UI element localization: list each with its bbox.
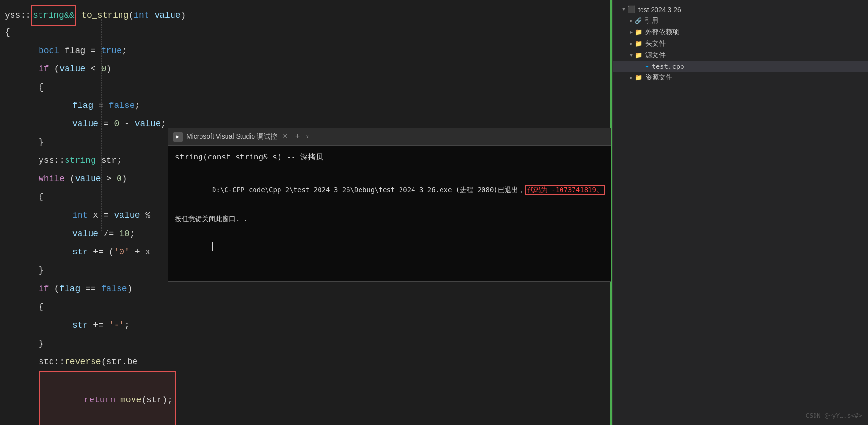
while-keyword: while (39, 170, 65, 188)
code-text: ) (181, 6, 186, 25)
header-files-label: 头文件 (645, 40, 666, 48)
code-text: + x (130, 243, 150, 261)
code-text: { (39, 298, 44, 316)
code-text: = (98, 115, 114, 133)
code-text: ; (122, 41, 127, 60)
code-text: false (109, 96, 135, 115)
code-text: 0 (101, 60, 107, 78)
code-text: += ( (88, 243, 114, 261)
code-text: std:: (39, 353, 65, 371)
source-files-icon: 📁 (635, 52, 642, 59)
code-text: ( (128, 6, 134, 25)
code-text: ( (49, 279, 60, 298)
code-line-21: return move(str); (0, 371, 612, 389)
code-text: ) (127, 279, 133, 298)
tree-item-references[interactable]: ▶ 🔗 引用 (613, 15, 868, 27)
console-exit-code-highlight: 代码为 -1073741819。 (525, 185, 605, 195)
code-line-20: std::reverse(str.be (0, 353, 612, 371)
code-text: str (72, 243, 88, 261)
test-cpp-label: test.cpp (652, 63, 684, 70)
tree-arrow: ▶ (630, 18, 633, 24)
console-close-button[interactable]: × (283, 133, 288, 141)
code-line-1: yss::string&& to_string(int value) (0, 5, 612, 23)
console-path-text: D:\C-CPP_code\Cpp_2\test_2024_3_26\Debug… (212, 186, 525, 194)
source-files-label: 源文件 (645, 51, 666, 60)
code-text: { (5, 23, 10, 41)
code-line-3: bool flag = true; (0, 41, 612, 60)
return-statement-highlight: return move(str); (39, 371, 176, 425)
code-text: yss:: (39, 151, 65, 170)
external-deps-icon: 📁 (635, 28, 642, 36)
code-text: int (72, 206, 88, 225)
csdn-watermark: CSDN @~yY….s<#> (806, 412, 862, 419)
tree-arrow: ▼ (630, 53, 633, 58)
code-line-4: if (value < 0) (0, 60, 612, 78)
code-text: str (72, 316, 88, 334)
debug-console: ▶ Microsoft Visual Studio 调试控 × + ∨ stri… (168, 128, 611, 282)
code-text: '0' (114, 243, 129, 261)
code-text: value (149, 6, 181, 25)
code-text: if (39, 60, 49, 78)
console-line-3: 按任意键关闭此窗口. . . (175, 212, 604, 226)
code-text: '-' (109, 316, 124, 334)
code-text: 0 (117, 170, 122, 188)
code-text: if (39, 279, 49, 298)
tree-arrow: ▶ (630, 41, 633, 47)
tree-item-resource-files[interactable]: ▶ 📁 资源文件 (613, 72, 868, 83)
code-text: false (101, 279, 127, 298)
code-text: = (91, 41, 96, 60)
code-line-16: if (flag == false) (0, 279, 612, 298)
console-line-1: string(const string& s) -- 深拷贝 (175, 150, 604, 164)
tree-arrow: ▶ (630, 75, 633, 80)
code-text: int (134, 6, 149, 25)
tree-item-header-files[interactable]: ▶ 📁 头文件 (613, 38, 868, 50)
code-text: ) (106, 60, 111, 78)
code-text: > (101, 170, 117, 188)
references-icon: 🔗 (635, 17, 642, 25)
code-text: 10 (119, 225, 130, 243)
code-line-19: } (0, 334, 612, 353)
code-text: { (39, 188, 44, 206)
code-text: ; (161, 115, 166, 133)
code-text: } (39, 261, 44, 279)
code-text: } (39, 334, 44, 353)
code-text: (str); (141, 395, 173, 405)
tree-item-test-cpp[interactable]: ✦ test.cpp (613, 61, 868, 72)
tree-item-external-deps[interactable]: ▶ 📁 外部依赖项 (613, 27, 868, 38)
code-text: to_string (81, 6, 128, 25)
references-label: 引用 (645, 16, 658, 25)
code-text: < (85, 60, 101, 78)
code-text: (str.be (101, 353, 138, 371)
code-text: true (96, 41, 122, 60)
code-text: ( (65, 170, 75, 188)
code-text: ; (124, 316, 130, 334)
code-text: == (80, 279, 101, 298)
project-icon: ⬛ (627, 5, 635, 13)
code-line-5: { (0, 78, 612, 96)
resource-files-label: 资源文件 (645, 73, 672, 82)
code-text: string (65, 151, 96, 170)
code-text: move (120, 395, 141, 405)
code-text: yss:: (5, 6, 31, 25)
tree-item-project[interactable]: ▼ ⬛ test 2024 3 26 (613, 4, 868, 15)
console-app-icon: ▶ (173, 132, 183, 142)
tree-item-source-files[interactable]: ▼ 📁 源文件 (613, 50, 868, 61)
code-text: flag (59, 41, 91, 60)
code-text (76, 6, 81, 25)
code-text: { (39, 78, 44, 96)
code-text: ( (49, 60, 60, 78)
code-text: x = (88, 206, 114, 225)
code-text: str; (96, 151, 122, 170)
console-add-tab-button[interactable]: + (295, 133, 300, 141)
code-text: } (39, 133, 44, 151)
solution-explorer-sidebar: ▼ ⬛ test 2024 3 26 ▶ 🔗 引用 ▶ 📁 外部依赖项 ▶ 📁 … (612, 0, 868, 425)
console-dropdown-button[interactable]: ∨ (306, 133, 309, 140)
console-line-2: D:\C-CPP_code\Cpp_2\test_2024_3_26\Debug… (175, 170, 604, 210)
code-text: bool (39, 41, 59, 60)
code-text: flag (59, 279, 80, 298)
external-deps-label: 外部依赖项 (645, 28, 679, 37)
code-text: % (140, 206, 150, 225)
code-text: value (114, 206, 140, 225)
cpp-file-icon: ✦ (645, 63, 649, 70)
console-cursor (212, 242, 213, 251)
